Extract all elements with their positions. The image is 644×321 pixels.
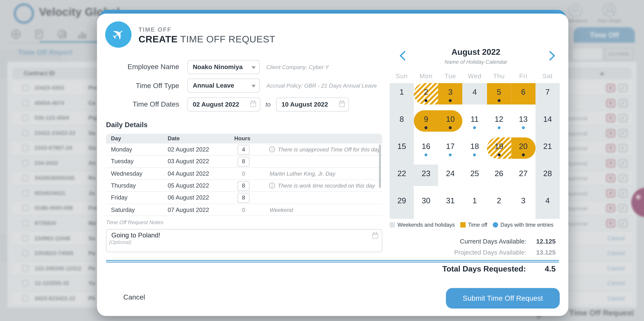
calendar-day[interactable]: 28 [536,165,560,192]
date-to-input[interactable]: 10 August 2022 [276,97,349,112]
calendar-day[interactable]: 4 [462,83,487,110]
employee-name-label: Employee Name [97,63,179,71]
calendar-day[interactable]: 5 [487,83,511,110]
legend-bluedot-swatch [493,222,498,228]
calendar-week-row: 22232425262728 [390,165,560,192]
calendar-day[interactable]: 29 [390,192,414,219]
date-cell: 04 August 2022 [168,170,209,177]
chevron-left-icon[interactable] [400,51,410,61]
calendar-day[interactable]: 1 [462,192,487,219]
day-number: 1 [390,88,414,97]
calendar-day[interactable]: 2 [487,192,511,219]
time-off-dot [522,153,524,156]
calendar-day[interactable]: 20 [511,137,536,165]
calendar-day[interactable]: 8 [390,110,414,137]
date-range-to: to [266,101,271,108]
daily-detail-row: Thursday05 August 20228iThere is work ti… [106,180,382,192]
day-number: 24 [438,169,462,178]
calendar-day[interactable]: 19 [487,137,511,165]
calendar-legend: Weekends and holidaysTime offDays with t… [390,222,562,228]
calendar-day[interactable]: 25 [462,165,487,192]
day-number: 31 [438,196,462,205]
day-cell: Saturday [111,206,135,213]
daily-detail-row: Friday06 August 20228 [106,192,382,204]
calendar-day[interactable]: 10 [438,110,462,137]
calendar-day[interactable]: 26 [487,165,511,192]
row-note: Weekend [270,207,293,213]
time-off-dot [498,153,500,156]
date-from-input[interactable]: 02 August 2022 [188,97,260,112]
calendar-day[interactable]: 14 [536,110,560,137]
table-scrollbar[interactable] [379,144,381,188]
date-cell: 07 August 2022 [168,206,209,213]
hours-input[interactable]: 8 [238,193,250,203]
chevron-right-icon[interactable] [545,51,555,61]
time-off-type-label: Time Off Type [97,82,179,90]
day-cell: Wednesday [111,170,142,177]
notes-textarea[interactable]: Going to Poland! (Optional) [106,229,382,252]
weekday-label: Sat [535,72,560,80]
cancel-button[interactable]: Cancel [123,293,145,301]
time-entry-dot [473,126,476,129]
calendar-day[interactable]: 31 [438,192,462,219]
calendar-day[interactable]: 22 [390,165,414,192]
calendar-day[interactable]: 21 [536,137,560,165]
calendar-day[interactable]: 3 [511,192,536,219]
calendar-day[interactable]: 16 [414,137,438,165]
time-off-dates-label: Time Off Dates [97,100,179,109]
calendar-day[interactable]: 17 [438,137,462,165]
weekday-label: Tue [438,72,462,80]
calendar-day[interactable]: 15 [390,137,414,165]
submit-time-off-request-button[interactable]: Submit Time Off Request [446,288,560,308]
calendar-week-row: 15161718192021 [390,137,560,165]
calendar-day[interactable]: 9 [414,110,438,137]
calendar-day[interactable]: 6 [511,83,536,110]
day-number: 14 [536,115,560,124]
daily-detail-row: Saturday07 August 20220Weekend [106,204,382,216]
calendar-day[interactable]: 12 [487,110,511,137]
day-number: 15 [390,142,414,151]
day-number: 10 [438,115,462,124]
calendar-day[interactable]: 3 [438,83,462,110]
calendar-day[interactable]: 18 [462,137,487,165]
daily-details-rows: Monday02 August 20224iThere is unapprove… [106,144,382,216]
hours-value: 0 [238,206,250,213]
calendar-day[interactable]: 11 [462,110,487,137]
calendar-day[interactable]: 27 [511,165,536,192]
calendar-icon [339,102,345,107]
calendar-day[interactable]: 4 [536,192,560,219]
day-number: 30 [414,196,438,205]
calendar-day[interactable]: 1 [390,83,414,110]
calendar-day[interactable]: 24 [438,165,462,192]
calendar-icon [372,233,378,239]
time-off-dot [498,99,500,102]
employee-name-select[interactable]: Noako Ninomiya [188,60,260,74]
hours-input[interactable]: 4 [238,145,250,154]
daily-detail-row: Wednesday04 August 20220Martin Luther Ki… [106,168,382,180]
day-number: 2 [414,88,438,97]
calendar-day[interactable]: 23 [414,165,438,192]
calendar-day[interactable]: 2 [414,83,438,110]
date-cell: 02 August 2022 [168,146,209,153]
info-icon: i [269,146,275,152]
date-cell: 06 August 2022 [168,194,209,201]
day-cell: Monday [111,146,132,153]
time-off-type-select[interactable]: Annual Leave [188,79,260,93]
calendar-day[interactable]: 7 [536,83,560,110]
col-hours: Hours [234,135,250,141]
calendar-weekday-row: SunMonTueWedThuFriSat [390,72,560,80]
day-cell: Tuesday [111,158,134,165]
hours-input[interactable]: 8 [238,181,250,191]
section-divider [106,260,559,263]
day-number: 3 [438,88,462,97]
calendar-day[interactable]: 30 [414,192,438,219]
hours-input[interactable]: 8 [238,157,250,167]
create-time-off-modal: ✈ TIME OFF CREATE TIME OFF REQUEST Emplo… [97,10,568,316]
calendar-day[interactable]: 13 [511,110,536,137]
calendar-subtitle: Name of Holiday Calendar [410,59,542,65]
daily-details-table: Day Date Hours Monday02 August 20224iThe… [106,134,382,216]
time-off-badge: ✈ [105,21,132,48]
time-entry-dot [473,153,476,156]
day-number: 4 [462,88,487,97]
total-days-value: 4.5 [528,265,556,274]
